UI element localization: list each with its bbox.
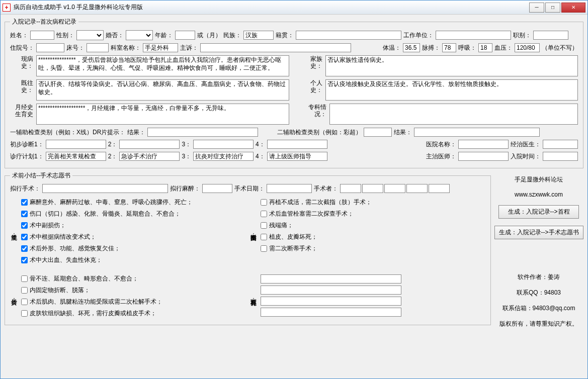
- replant-check-2[interactable]: 术后血管栓塞需二次探查手术；: [261, 210, 486, 218]
- diag3-input[interactable]: [193, 140, 254, 149]
- surgeon3-input[interactable]: [384, 184, 405, 193]
- marry-label: 婚否：: [106, 31, 124, 40]
- anesthesia-input[interactable]: [202, 184, 232, 193]
- replant-check-3[interactable]: 残端痛；: [261, 221, 486, 230]
- plan4-input[interactable]: [267, 152, 327, 161]
- proposed-surgery-input[interactable]: [42, 184, 168, 193]
- aux2-type-input[interactable]: [364, 128, 392, 137]
- or-month-label: 或（月）: [197, 31, 221, 40]
- custom1-input[interactable]: [261, 274, 401, 283]
- personal-label: 个人史：: [299, 79, 322, 94]
- aux2-label: 二辅助检查类别（例如：彩超）: [277, 128, 362, 137]
- custom4-input[interactable]: [261, 308, 401, 317]
- bone-check-1[interactable]: 骨不连、延期愈合、畸形愈合、不愈合；: [21, 274, 246, 283]
- email-label: 联系信箱：94803@qq.com: [502, 304, 575, 313]
- attending-input[interactable]: [458, 152, 509, 161]
- chief-label: 主诉：: [180, 44, 198, 52]
- work-input[interactable]: [436, 31, 511, 40]
- generate-admission-button[interactable]: 生成：入院记录-->首程: [498, 205, 579, 219]
- job-input[interactable]: [533, 31, 568, 40]
- personal-textarea[interactable]: 否认疫地接触史及疫区生活史。否认化学性、放射性物质接触史。: [325, 79, 578, 101]
- surgeon5-input[interactable]: [429, 184, 450, 193]
- age-input[interactable]: [175, 31, 195, 40]
- pulse-input[interactable]: [442, 43, 456, 52]
- maximize-button[interactable]: □: [545, 3, 560, 13]
- custom-category-label: 自行补充填写：: [249, 274, 258, 321]
- routine-check-5[interactable]: 术后外形、功能、感觉恢复欠佳；: [21, 244, 246, 253]
- special-textarea[interactable]: [329, 104, 578, 125]
- plan4-label: 4：: [256, 152, 265, 161]
- diag3-label: 3：: [182, 140, 191, 149]
- plan3-label: 3：: [182, 152, 191, 161]
- routine-check-2[interactable]: 伤口（切口）感染、化脓、骨髓炎、延期愈合、不愈合；: [21, 210, 246, 218]
- sex-select[interactable]: [76, 30, 104, 40]
- bone-category-label: 骨折类：: [10, 274, 18, 321]
- side-panel: 手足显微外科论坛 www.szxwwk.com 生成：入院记录-->首程 生成：…: [494, 171, 583, 328]
- routine-category-label: 常规类：: [10, 198, 18, 267]
- diag1-label: 初步诊断1：: [10, 140, 44, 149]
- temp-input[interactable]: [403, 43, 420, 52]
- sex-label: 性别：: [56, 31, 74, 40]
- nation-input[interactable]: [243, 31, 274, 40]
- bp-input[interactable]: [515, 43, 540, 52]
- admission-legend: 入院记录--首次病程记录: [10, 18, 78, 26]
- bed-label: 床号：: [66, 44, 85, 52]
- marry-select[interactable]: [126, 30, 153, 40]
- plan2-input[interactable]: [119, 152, 180, 161]
- plan1-input[interactable]: [46, 152, 106, 161]
- surgery-fieldset: 术前小结--手术志愿书 拟行手术： 拟行麻醉： 手术日期： 手术者：: [5, 171, 491, 325]
- past-label: 既往史：: [10, 79, 33, 94]
- present-label: 现病史：: [10, 55, 33, 70]
- bed-input[interactable]: [87, 43, 109, 52]
- aux1-result-input[interactable]: [147, 128, 258, 137]
- minimize-button[interactable]: ─: [529, 3, 544, 13]
- family-textarea[interactable]: 否认家族性遗传病史。: [325, 55, 578, 76]
- close-button[interactable]: ✕: [561, 3, 585, 13]
- diag2-input[interactable]: [119, 140, 180, 149]
- replant-check-5[interactable]: 需二次断蒂手术；: [261, 244, 486, 253]
- breath-input[interactable]: [478, 43, 492, 52]
- doctor-input[interactable]: [543, 140, 578, 149]
- menstrual-textarea[interactable]: ********************，月经规律，中等量，无痛经，白带量不多，…: [36, 104, 289, 125]
- bone-check-3[interactable]: 术后肌肉、肌腱粘连功能受限或需二次松解手术；: [21, 298, 246, 306]
- plan3-input[interactable]: [193, 152, 254, 161]
- replant-check-4[interactable]: 植皮、皮瓣坏死；: [261, 233, 486, 241]
- dept-input[interactable]: [143, 43, 178, 52]
- routine-check-6[interactable]: 术中大出血、失血性休克；: [21, 256, 246, 264]
- generate-consent-button[interactable]: 生成：入院记录-->手术志愿书: [494, 226, 583, 239]
- bone-check-4[interactable]: 皮肤软组织缺损、坏死，需行皮瓣或植皮手术；: [21, 309, 246, 318]
- name-input[interactable]: [30, 31, 54, 40]
- chief-input[interactable]: [200, 43, 351, 52]
- menstrual-label: 月经史生育史: [10, 104, 33, 118]
- hosp-no-input[interactable]: [36, 43, 64, 52]
- aux2-result-input[interactable]: [414, 128, 540, 137]
- native-input[interactable]: [296, 31, 401, 40]
- unit-label: （单位不写）: [542, 44, 578, 52]
- diag1-input[interactable]: [46, 140, 106, 149]
- replant-check-1[interactable]: 再植不成活，需二次截指（肢）手术；: [261, 198, 486, 207]
- breath-label: 呼吸：: [458, 44, 476, 52]
- diag4-input[interactable]: [267, 140, 327, 149]
- temp-label: 体温：: [383, 44, 401, 52]
- window-title: 病历自动生成助手 v1.0 手足显微外科论坛专用版: [14, 3, 529, 12]
- hosp-name-input[interactable]: [458, 140, 509, 149]
- anesthesia-label: 拟行麻醉：: [170, 184, 200, 193]
- custom3-input[interactable]: [261, 297, 401, 306]
- past-textarea[interactable]: 否认肝炎、结核等传染病史。否认冠心病、糖尿病、高血压、高血脂病史，否认食物、药物…: [36, 79, 289, 101]
- surgeon2-input[interactable]: [362, 184, 383, 193]
- result1-label: 结果：: [127, 128, 145, 137]
- present-textarea[interactable]: ****************，受伤后曾就诊当地医院给予包扎止血后转入我院治疗…: [36, 55, 289, 76]
- surgeon1-input[interactable]: [340, 184, 361, 193]
- name-label: 姓名：: [10, 31, 28, 40]
- admit-time-input[interactable]: [543, 152, 578, 161]
- surgery-date-input[interactable]: [267, 184, 312, 193]
- routine-check-4[interactable]: 术中根据病情改变术式；: [21, 233, 246, 241]
- routine-check-3[interactable]: 术中副损伤；: [21, 221, 246, 230]
- routine-check-1[interactable]: 麻醉意外、麻醉药过敏、中毒、窒息、呼吸心跳骤停、死亡；: [21, 198, 246, 207]
- bone-check-2[interactable]: 内固定物折断、脱落；: [21, 286, 246, 295]
- doctor-label: 经治医生：: [511, 140, 541, 149]
- surgeon4-input[interactable]: [406, 184, 428, 193]
- custom2-input[interactable]: [261, 286, 401, 295]
- app-icon: +: [3, 4, 11, 12]
- hosp-no-label: 住院号：: [10, 44, 34, 52]
